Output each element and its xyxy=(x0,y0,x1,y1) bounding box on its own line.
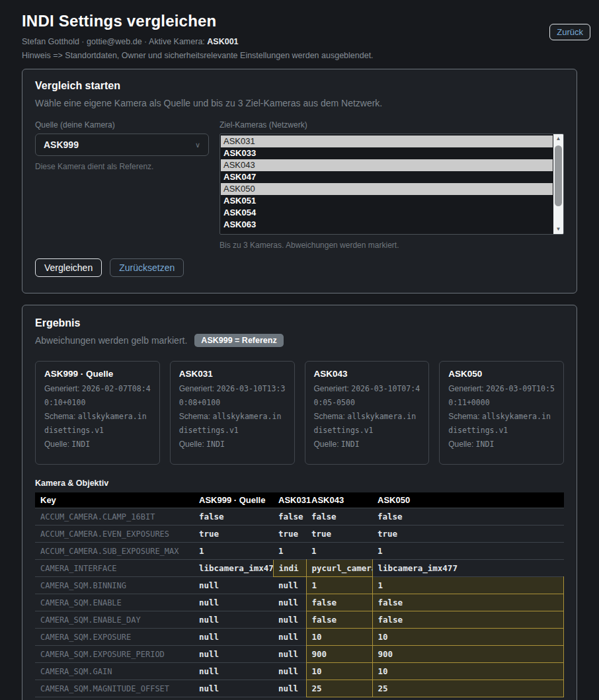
table-section-title: Kamera & Objektiv xyxy=(35,479,564,488)
table-header-row: Key ASK999 · Quelle ASK031 ASK043 ASK050 xyxy=(35,492,564,508)
target-camera-options: ASK031ASK033ASK043ASK047ASK050ASK051ASK0… xyxy=(221,136,553,231)
setting-value: null xyxy=(273,611,306,629)
reference-badge: ASK999 = Referenz xyxy=(194,334,283,347)
target-list-label: Ziel-Kameras (Netzwerk) xyxy=(220,120,564,130)
target-camera-option[interactable]: ASK043 xyxy=(221,159,553,171)
setting-value: false xyxy=(372,508,564,525)
active-camera-label: Aktive Kamera: xyxy=(149,37,205,46)
source-camera-value: ASK999 xyxy=(44,139,79,150)
setting-value: null xyxy=(194,646,273,663)
setting-value: null xyxy=(194,629,273,646)
result-card-title: Ergebnis xyxy=(35,317,564,329)
setting-value: null xyxy=(273,577,306,594)
scroll-up-icon[interactable]: ▲ xyxy=(553,134,563,143)
source-value: INDI xyxy=(206,440,225,449)
generated-label: Generiert: xyxy=(44,384,82,393)
setting-key: CAMERA_SQM.MAGNITUDE_OFFSET xyxy=(35,680,194,697)
page-title: INDI Settings vergleichen xyxy=(22,12,577,30)
settings-table-body: ACCUM_CAMERA.CLAMP_16BITfalsefalsefalsef… xyxy=(35,508,564,700)
target-camera-option[interactable]: ASK051 xyxy=(221,195,553,207)
summary-card-title: ASK999 · Quelle xyxy=(44,369,151,379)
setting-value: false xyxy=(273,508,306,525)
summary-card-title: ASK031 xyxy=(179,369,286,379)
setting-key: CAMERA_INTERFACE xyxy=(35,560,194,577)
target-camera-option[interactable]: ASK047 xyxy=(221,171,553,183)
setting-value: null xyxy=(273,680,306,697)
source-value: INDI xyxy=(341,440,360,449)
source-help-text: Diese Kamera dient als Referenz. xyxy=(35,162,209,171)
setting-value: 25 xyxy=(306,680,372,697)
setting-value xyxy=(194,697,273,700)
setting-value: null xyxy=(194,680,273,697)
target-camera-option[interactable]: ASK054 xyxy=(221,207,553,219)
source-label: Quelle: xyxy=(448,440,475,449)
summary-card-title: ASK050 xyxy=(448,369,555,379)
setting-key: INDI_CAMERA_NAME xyxy=(35,697,194,700)
source-label: Quelle: xyxy=(179,440,206,449)
source-camera-select[interactable]: ASK999 ∨ xyxy=(35,134,209,156)
setting-value: false xyxy=(194,508,273,525)
setting-key: CAMERA_SQM.ENABLE xyxy=(35,594,194,611)
table-row: ACCUM_CAMERA.CLAMP_16BITfalsefalsefalsef… xyxy=(35,508,564,525)
separator: · xyxy=(144,37,147,46)
setting-value: 10 xyxy=(372,629,564,646)
table-row: CAMERA_INTERFACElibcamera_imx477indipycu… xyxy=(35,560,564,577)
active-camera-value: ASK001 xyxy=(207,37,238,46)
target-camera-option[interactable]: ASK033 xyxy=(221,147,553,159)
setting-value: 1 xyxy=(306,577,372,594)
summary-card-body: Generiert: 2026-03-09T10:50:11+0000 Sche… xyxy=(448,382,555,451)
target-camera-option[interactable]: ASK050 xyxy=(221,183,553,195)
generated-label: Generiert: xyxy=(448,384,486,393)
target-camera-option[interactable]: ASK031 xyxy=(221,136,553,147)
list-scrollbar[interactable]: ▲ ▼ xyxy=(553,134,563,234)
target-camera-option[interactable]: ASK063 xyxy=(221,219,553,231)
schema-label: Schema: xyxy=(44,412,78,421)
scroll-down-icon[interactable]: ▼ xyxy=(553,225,563,234)
setting-key: CAMERA_SQM.BINNING xyxy=(35,577,194,594)
generated-label: Generiert: xyxy=(314,384,352,393)
setting-value: false xyxy=(372,611,564,629)
setting-value: 1 xyxy=(372,543,564,560)
source-value: INDI xyxy=(476,440,495,449)
source-label: Quelle: xyxy=(44,440,71,449)
setting-value: 900 xyxy=(306,646,372,663)
chevron-down-icon: ∨ xyxy=(195,141,200,149)
setting-value: null xyxy=(273,594,306,611)
setting-value: pycurl_camera xyxy=(306,560,372,577)
column-header-ask043: ASK043 xyxy=(306,492,372,508)
schema-label: Schema: xyxy=(314,412,348,421)
target-help-text: Bis zu 3 Kameras. Abweichungen werden ma… xyxy=(220,241,564,250)
scrollbar-thumb[interactable] xyxy=(555,145,562,206)
setting-value: null xyxy=(194,663,273,680)
setting-value: false xyxy=(306,611,372,629)
setting-value: null xyxy=(194,611,273,629)
reset-button[interactable]: Zurücksetzen xyxy=(110,258,184,277)
table-row: CAMERA_SQM.ENABLE_DAYnullnullfalsefalse xyxy=(35,611,564,629)
source-summary-cards: ASK999 · Quelle Generiert: 2026-02-07T08… xyxy=(35,361,564,465)
source-value: INDI xyxy=(71,440,90,449)
setting-value xyxy=(306,697,372,700)
setting-value: false xyxy=(372,594,564,611)
result-card: Ergebnis Abweichungen werden gelb markie… xyxy=(22,305,577,700)
column-header-ask031: ASK031 xyxy=(273,492,306,508)
table-row: CAMERA_SQM.BINNINGnullnull11 xyxy=(35,577,564,594)
table-row: CAMERA_SQM.ENABLEnullnullfalsefalse xyxy=(35,594,564,611)
result-note-row: Abweichungen werden gelb markiert. ASK99… xyxy=(35,334,564,347)
compare-button[interactable]: Vergleichen xyxy=(35,258,102,277)
action-buttons: Vergleichen Zurücksetzen xyxy=(35,258,564,277)
source-column: Quelle (deine Kamera) ASK999 ∨ Diese Kam… xyxy=(35,120,209,250)
setting-value: indi xyxy=(273,560,306,577)
summary-card-body: Generiert: 2026-03-10T07:40:05-0500 Sche… xyxy=(314,382,420,451)
setting-value: libcamera_imx477 xyxy=(194,560,273,577)
table-row: CAMERA_SQM.MAGNITUDE_OFFSETnullnull2525 xyxy=(35,680,564,697)
setting-key: CAMERA_SQM.GAIN xyxy=(35,663,194,680)
table-row: CAMERA_SQM.EXPOSUREnullnull1010 xyxy=(35,629,564,646)
target-camera-list[interactable]: ASK031ASK033ASK043ASK047ASK050ASK051ASK0… xyxy=(220,134,564,235)
schema-label: Schema: xyxy=(179,412,213,421)
back-button[interactable]: Zurück xyxy=(549,24,590,40)
summary-card-body: Generiert: 2026-03-10T13:30:08+0100 Sche… xyxy=(179,382,286,451)
setting-value: null xyxy=(273,646,306,663)
summary-card-body: Generiert: 2026-02-07T08:40:10+0100 Sche… xyxy=(44,382,151,451)
setting-value: null xyxy=(194,594,273,611)
setting-value: libcamera_imx477 xyxy=(372,560,564,577)
